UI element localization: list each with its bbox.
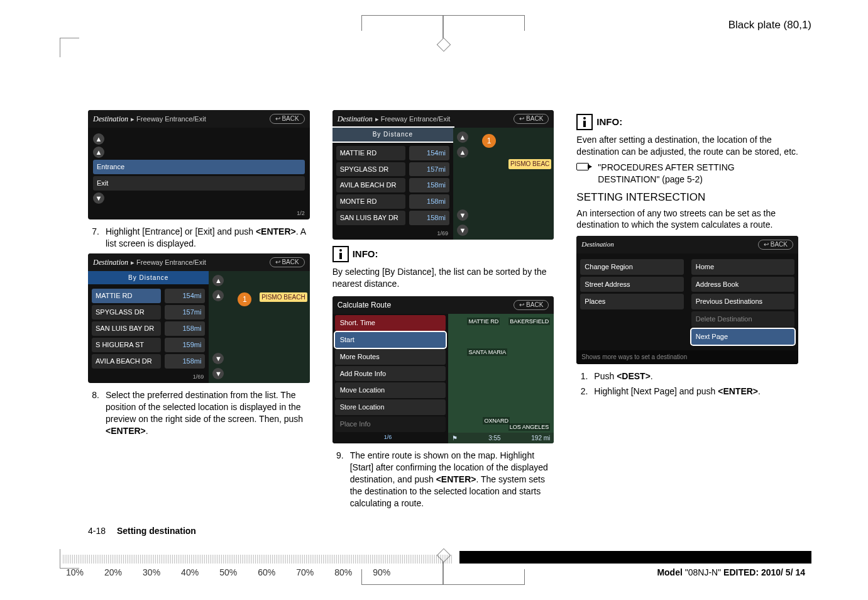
page-label: Setting destination <box>117 526 196 536</box>
menu-item: Store Location <box>335 399 446 415</box>
column-1: Destination▸ Freeway Entrance/Exit ↩ BAC… <box>88 110 310 519</box>
entrance-row: Entrance <box>93 160 305 174</box>
step-text: Push <DEST>. <box>594 370 798 382</box>
step-num: 8. <box>88 389 99 437</box>
back-pill: ↩ BACK <box>514 300 549 310</box>
crop-mark-top <box>361 15 525 53</box>
menu-item: Address Book <box>691 277 794 292</box>
step-num: 2. <box>576 386 588 397</box>
list-item: SAN LUIS BAY DR <box>336 211 405 225</box>
step-text: Select the preferred destination from th… <box>106 389 310 437</box>
back-pill: ↩ BACK <box>270 257 305 267</box>
pct: 60% <box>258 567 275 577</box>
calc-page: 1/6 <box>332 433 449 443</box>
sort-header-hl: By Distance <box>332 128 453 142</box>
column-2: Destination▸ Freeway Entrance/Exit ↩ BAC… <box>332 110 554 519</box>
map-label: LOS ANGELES <box>508 423 551 431</box>
map-label: SANTA MARIA <box>467 348 507 356</box>
list-item: MATTIE RD <box>92 289 161 303</box>
eta-dist: 192 mi <box>531 434 550 443</box>
pct: 30% <box>143 567 160 577</box>
step-8: 8. Select the preferred destination from… <box>88 389 310 437</box>
menu-item: Add Route Info <box>335 366 446 382</box>
screenshot-list-c: Destination▸ Freeway Entrance/Exit ↩ BAC… <box>332 110 554 240</box>
pct: 90% <box>373 567 390 577</box>
screenshot-entrance-exit: Destination▸ Freeway Entrance/Exit ↩ BAC… <box>88 110 310 219</box>
model-text: Model "08NJ-N" EDITED: 2010/ 5/ 14 <box>657 567 805 577</box>
map-flag: PISMO BEAC <box>508 159 551 169</box>
screenshot-calc-route: Calculate Route ↩ BACK Short. Time Start… <box>332 296 554 443</box>
model-c: EDITED: 2010/ 5/ 14 <box>721 567 805 577</box>
model-b: "08NJ-N" <box>685 567 721 577</box>
list-item: AVILA BEACH DR <box>336 178 405 192</box>
step-text: The entire route is shown on the map. Hi… <box>350 450 554 509</box>
list-dist: 159mi <box>165 338 205 352</box>
info-icon <box>332 246 349 262</box>
list-item: SPYGLASS DR <box>92 305 161 319</box>
back-pill: ↩ BACK <box>758 240 793 250</box>
list-dist: 158mi <box>165 354 205 369</box>
list-dist: 158mi <box>165 321 205 336</box>
info-heading: INFO: <box>332 246 554 262</box>
info-title: INFO: <box>353 248 378 260</box>
shot-c-title: Destination <box>338 114 373 123</box>
info-icon <box>576 114 593 130</box>
info-body: By selecting [By Distance], the list can… <box>332 266 554 290</box>
map-label: OXNARD <box>483 417 510 425</box>
menu-item-dim: Place Info <box>335 416 446 432</box>
menu-item: Places <box>580 294 683 309</box>
up-arrow-icon: ▲ <box>457 131 468 143</box>
pct: 40% <box>181 567 199 577</box>
column-3: INFO: Even after setting a destination, … <box>576 110 798 519</box>
dest-foot: Shows more ways to set a destination <box>576 350 798 364</box>
shot-a-title: Destination <box>93 114 128 123</box>
down-arrow-icon: ▼ <box>93 192 104 204</box>
menu-item: Home <box>691 259 794 275</box>
step-num: 9. <box>332 450 344 509</box>
crop-corner-tl <box>60 38 79 57</box>
shot-b-title: Destination <box>93 258 128 267</box>
pct: 50% <box>219 567 237 577</box>
down-arrow-icon: ▼ <box>457 209 468 221</box>
dest-title: Destination <box>581 240 613 250</box>
menu-item-start: Start <box>335 332 446 348</box>
info-title: INFO: <box>596 116 622 128</box>
map-label: MATTIE RD <box>467 318 500 325</box>
plate-header: Black plate (80,1) <box>728 19 811 31</box>
reference-hand-icon <box>576 162 593 170</box>
percent-scale: 10% 20% 30% 40% 50% 60% 70% 80% 90% <box>66 567 390 577</box>
up-arrow-icon: ▲ <box>212 290 224 301</box>
section-heading: SETTING INTERSECTION <box>576 191 798 205</box>
step-7: 7. Highlight [Entrance] or [Exit] and pu… <box>88 226 310 250</box>
step-num: 7. <box>88 226 99 250</box>
menu-item: Short. Time <box>335 315 446 331</box>
menu-item: Change Region <box>580 259 683 275</box>
calc-title: Calculate Route <box>338 300 391 310</box>
page-number: 4-18 <box>88 526 106 536</box>
shot-b-sub: ▸ Freeway Entrance/Exit <box>131 258 206 266</box>
shot-c-count: 1/69 <box>332 230 453 240</box>
down-arrow-icon: ▼ <box>457 225 468 236</box>
map-marker-icon: 1 <box>238 292 251 306</box>
list-dist: 158mi <box>409 211 449 225</box>
menu-item-next-page: Next Page <box>691 329 794 345</box>
list-item: MONTE RD <box>336 194 405 209</box>
back-pill: ↩ BACK <box>270 114 305 124</box>
page-footer: 4-18 Setting destination <box>88 526 196 536</box>
menu-item-dim: Delete Destination <box>691 311 794 327</box>
menu-item: Previous Destinations <box>691 294 794 309</box>
screenshot-dest-menu: Destination ↩ BACK Change Region Street … <box>576 236 798 364</box>
menu-item: Move Location <box>335 382 446 398</box>
step-text: Highlight [Entrance] or [Exit] and push … <box>106 226 310 250</box>
menu-item: Street Address <box>580 277 683 292</box>
info-heading: INFO: <box>576 114 798 130</box>
map-marker-icon: 1 <box>482 134 496 148</box>
flag-icon: ⚑ <box>452 434 458 443</box>
section-intro: An intersection of any two streets can b… <box>576 208 798 231</box>
sort-header: By Distance <box>88 271 209 285</box>
pct: 20% <box>104 567 122 577</box>
shot-a-sub: ▸ Freeway Entrance/Exit <box>131 115 206 123</box>
list-item: AVILA BEACH DR <box>92 354 161 369</box>
list-dist: 157mi <box>409 162 449 177</box>
info-body: Even after setting a destination, the lo… <box>576 134 798 158</box>
